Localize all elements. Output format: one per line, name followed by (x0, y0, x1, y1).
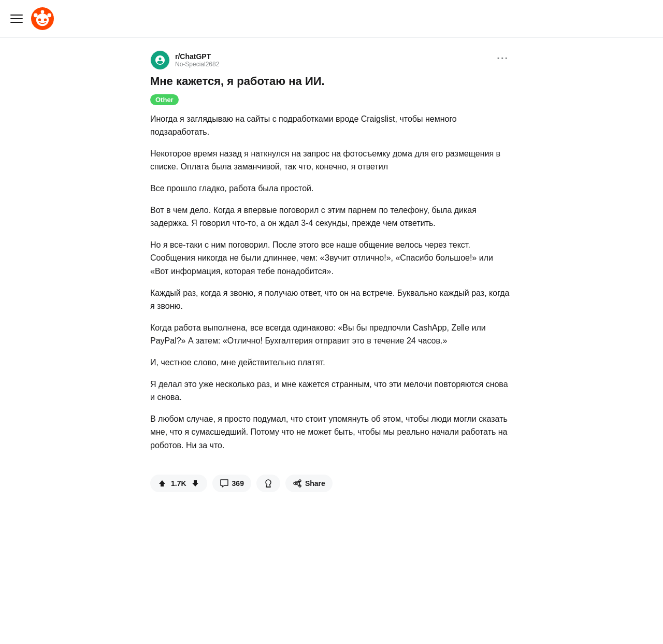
app-header (0, 0, 663, 38)
post-header: r/ChatGPT No-Special2682 ··· (150, 50, 513, 70)
comments-button[interactable]: 369 (212, 475, 251, 492)
paragraph-4: Вот в чем дело. Когда я впервые поговори… (150, 204, 513, 230)
svg-point-2 (38, 18, 41, 21)
paragraph-3: Все прошло гладко, работа была простой. (150, 182, 513, 195)
paragraph-8: И, честное слово, мне действительно плат… (150, 356, 513, 369)
paragraph-10: В любом случае, я просто подумал, что ст… (150, 412, 513, 452)
award-icon (264, 479, 273, 488)
downvote-icon (191, 479, 200, 488)
subreddit-name[interactable]: r/ChatGPT (175, 52, 219, 61)
post-meta: r/ChatGPT No-Special2682 (150, 50, 219, 70)
hamburger-menu-button[interactable] (10, 15, 23, 23)
award-button[interactable] (256, 475, 280, 492)
content-area: r/ChatGPT No-Special2682 ··· Мне кажется… (140, 38, 523, 505)
svg-point-6 (34, 13, 38, 18)
author-name[interactable]: No-Special2682 (175, 61, 219, 68)
share-label: Share (305, 479, 325, 488)
svg-point-7 (47, 13, 51, 18)
comments-count: 369 (232, 479, 244, 488)
upvote-icon (157, 479, 167, 488)
vote-pill[interactable]: 1.7K (150, 475, 207, 492)
svg-point-9 (299, 485, 301, 487)
paragraph-9: Я делал это уже несколько раз, и мне каж… (150, 378, 513, 404)
svg-point-10 (294, 482, 296, 484)
upvote-count: 1.7K (171, 479, 186, 488)
paragraph-1: Иногда я заглядываю на сайты с подработк… (150, 112, 513, 139)
subreddit-avatar[interactable] (150, 50, 170, 70)
svg-point-3 (44, 18, 47, 21)
post-title: Мне кажется, я работаю на ИИ. (150, 74, 513, 89)
svg-point-4 (41, 10, 45, 14)
comment-icon (220, 479, 229, 488)
paragraph-7: Когда работа выполнена, все всегда одина… (150, 321, 513, 348)
post-tag[interactable]: Other (150, 94, 179, 105)
paragraph-2: Некоторое время назад я наткнулся на зап… (150, 147, 513, 174)
subreddit-info: r/ChatGPT No-Special2682 (175, 52, 219, 68)
share-button[interactable]: Share (285, 475, 333, 492)
post-actions: 1.7K 369 (150, 466, 513, 492)
svg-point-8 (299, 480, 301, 482)
paragraph-6: Каждый раз, когда я звоню, я получаю отв… (150, 287, 513, 313)
share-icon (293, 479, 302, 488)
more-options-button[interactable]: ··· (493, 50, 513, 66)
reddit-logo[interactable] (31, 7, 54, 30)
post-body: Иногда я заглядываю на сайты с подработк… (150, 112, 513, 452)
paragraph-5: Но я все-таки с ним поговорил. После это… (150, 238, 513, 278)
